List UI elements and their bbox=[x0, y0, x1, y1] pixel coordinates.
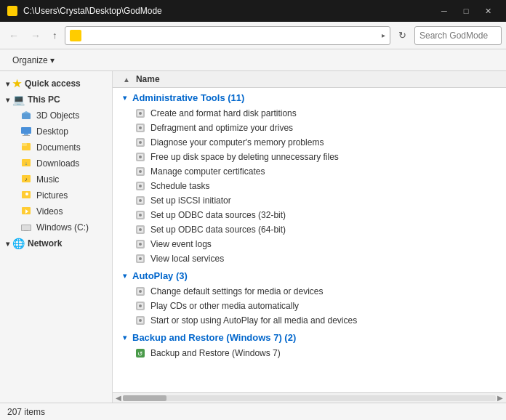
section-title-0[interactable]: ▾Administrative Tools (11) bbox=[113, 88, 506, 106]
svg-rect-3 bbox=[24, 134, 28, 135]
svg-point-12 bbox=[25, 193, 28, 195]
quick-access-chevron-icon: ▾ bbox=[6, 80, 9, 88]
item-icon bbox=[134, 253, 146, 264]
horizontal-scrollbar[interactable]: ◀ ▶ bbox=[113, 392, 506, 403]
sidebar-item-network[interactable]: ▾ 🌐 Network bbox=[0, 235, 112, 251]
maximize-button[interactable]: □ bbox=[455, 4, 477, 18]
section-chevron-icon: ▾ bbox=[123, 334, 126, 342]
network-icon: 🌐 bbox=[12, 238, 25, 249]
address-input[interactable] bbox=[84, 31, 380, 41]
sidebar-videos-label: Videos bbox=[36, 206, 63, 217]
item-icon bbox=[134, 238, 146, 250]
list-item[interactable]: View event logs bbox=[113, 237, 506, 251]
section-title-1[interactable]: ▾AutoPlay (3) bbox=[113, 266, 506, 284]
organize-bar: Organize ▾ bbox=[0, 49, 506, 71]
list-item[interactable]: View local services bbox=[113, 251, 506, 266]
item-icon: ↺ bbox=[134, 347, 146, 359]
h-scroll-thumb[interactable] bbox=[123, 395, 166, 401]
item-label: Create and format hard disk partitions bbox=[150, 108, 297, 118]
item-label: Change default settings for media or dev… bbox=[150, 286, 323, 296]
svg-point-23 bbox=[139, 126, 142, 129]
item-icon bbox=[134, 137, 146, 148]
item-label: View event logs bbox=[150, 239, 212, 249]
documents-icon bbox=[20, 142, 32, 153]
refresh-button[interactable]: ↻ bbox=[393, 27, 411, 44]
section-group-0: ▾Administrative Tools (11) Create and fo… bbox=[113, 88, 506, 266]
list-item[interactable]: Schedule tasks bbox=[113, 179, 506, 193]
section-title-2[interactable]: ▾Backup and Restore (Windows 7) (2) bbox=[113, 328, 506, 346]
list-item[interactable]: Start or stop using AutoPlay for all med… bbox=[113, 313, 506, 328]
item-icon bbox=[134, 108, 146, 119]
item-label: Start or stop using AutoPlay for all med… bbox=[150, 315, 357, 326]
sidebar-item-this-pc[interactable]: ▾ 💻 This PC bbox=[0, 92, 112, 108]
list-item[interactable]: Manage computer certificates bbox=[113, 164, 506, 179]
list-item[interactable]: ↺ Backup and Restore (Windows 7) bbox=[113, 346, 506, 360]
svg-rect-2 bbox=[21, 127, 31, 134]
pictures-icon bbox=[20, 190, 32, 201]
sidebar-3d-objects-label: 3D Objects bbox=[36, 110, 79, 121]
back-button[interactable]: ← bbox=[4, 27, 23, 44]
sidebar: ▾ ★ Quick access ▾ 💻 This PC 3D Objects … bbox=[0, 71, 113, 403]
svg-rect-17 bbox=[24, 230, 28, 231]
list-item[interactable]: Free up disk space by deleting unnecessa… bbox=[113, 150, 506, 164]
list-item[interactable]: Change default settings for media or dev… bbox=[113, 284, 506, 299]
window-controls: ─ □ ✕ bbox=[433, 4, 499, 18]
sidebar-item-quick-access[interactable]: ▾ ★ Quick access bbox=[0, 76, 112, 92]
toolbar: ← → ↑ ▸ ↻ 🔍 bbox=[0, 22, 506, 49]
sidebar-item-3d-objects[interactable]: 3D Objects bbox=[0, 108, 112, 124]
h-scroll-right-arrow[interactable]: ▶ bbox=[496, 394, 505, 402]
svg-point-47 bbox=[139, 243, 142, 246]
right-panel: ▲ Name ▾Administrative Tools (11) Create… bbox=[113, 71, 506, 403]
collapse-icon[interactable]: ▲ bbox=[123, 76, 130, 84]
section-items-0: Create and format hard disk partitions D… bbox=[113, 106, 506, 266]
svg-rect-16 bbox=[22, 225, 31, 230]
item-icon bbox=[134, 300, 146, 312]
item-label: Schedule tasks bbox=[150, 181, 209, 191]
sidebar-windows-c-label: Windows (C:) bbox=[36, 222, 89, 233]
sidebar-item-downloads[interactable]: ↓ Downloads bbox=[0, 156, 112, 171]
item-icon bbox=[134, 286, 146, 297]
list-item[interactable]: Set up ODBC data sources (64-bit) bbox=[113, 222, 506, 237]
sidebar-item-desktop[interactable]: Desktop bbox=[0, 124, 112, 140]
up-button[interactable]: ↑ bbox=[48, 27, 62, 44]
organize-button[interactable]: Organize ▾ bbox=[7, 53, 60, 68]
title-bar-path: C:\Users\Crystal\Desktop\GodMode bbox=[23, 6, 162, 16]
h-scroll-left-arrow[interactable]: ◀ bbox=[114, 394, 123, 402]
address-bar-chevron-icon: ▸ bbox=[382, 31, 385, 39]
list-item[interactable]: Set up ODBC data sources (32-bit) bbox=[113, 208, 506, 222]
sidebar-this-pc-label: This PC bbox=[28, 94, 60, 105]
close-button[interactable]: ✕ bbox=[477, 4, 499, 18]
sidebar-item-videos[interactable]: Videos bbox=[0, 203, 112, 219]
item-label: View local services bbox=[150, 254, 224, 264]
list-item[interactable]: Defragment and optimize your drives bbox=[113, 121, 506, 135]
svg-text:↺: ↺ bbox=[137, 350, 143, 358]
list-item[interactable]: Create and format hard disk partitions bbox=[113, 106, 506, 121]
sidebar-item-pictures[interactable]: Pictures bbox=[0, 187, 112, 203]
list-item[interactable]: Diagnose your computer's memory problems bbox=[113, 135, 506, 150]
item-label: Free up disk space by deleting unnecessa… bbox=[150, 152, 339, 162]
svg-rect-0 bbox=[22, 113, 31, 119]
svg-rect-6 bbox=[22, 143, 27, 146]
windows-c-icon bbox=[20, 222, 32, 233]
file-list[interactable]: ▾Administrative Tools (11) Create and fo… bbox=[113, 88, 506, 392]
svg-point-53 bbox=[139, 290, 142, 293]
item-icon bbox=[134, 315, 146, 326]
this-pc-icon: 💻 bbox=[12, 94, 25, 105]
sidebar-item-documents[interactable]: Documents bbox=[0, 140, 112, 156]
sidebar-item-windows-c[interactable]: Windows (C:) bbox=[0, 219, 112, 235]
item-icon bbox=[134, 224, 146, 235]
sidebar-quick-access-label: Quick access bbox=[25, 78, 81, 89]
forward-button[interactable]: → bbox=[26, 27, 45, 44]
quick-access-star-icon: ★ bbox=[12, 78, 22, 89]
svg-point-41 bbox=[139, 214, 142, 217]
minimize-button[interactable]: ─ bbox=[433, 4, 455, 18]
downloads-icon: ↓ bbox=[20, 158, 32, 169]
list-item[interactable]: Play CDs or other media automatically bbox=[113, 299, 506, 313]
item-icon bbox=[134, 195, 146, 206]
list-item[interactable]: Set up iSCSI initiator bbox=[113, 193, 506, 208]
desktop-icon bbox=[20, 126, 32, 137]
main-area: ▾ ★ Quick access ▾ 💻 This PC 3D Objects … bbox=[0, 71, 506, 403]
sidebar-item-music[interactable]: ♪ Music bbox=[0, 171, 112, 187]
search-input[interactable] bbox=[419, 31, 506, 41]
name-column-header: Name bbox=[136, 74, 160, 84]
